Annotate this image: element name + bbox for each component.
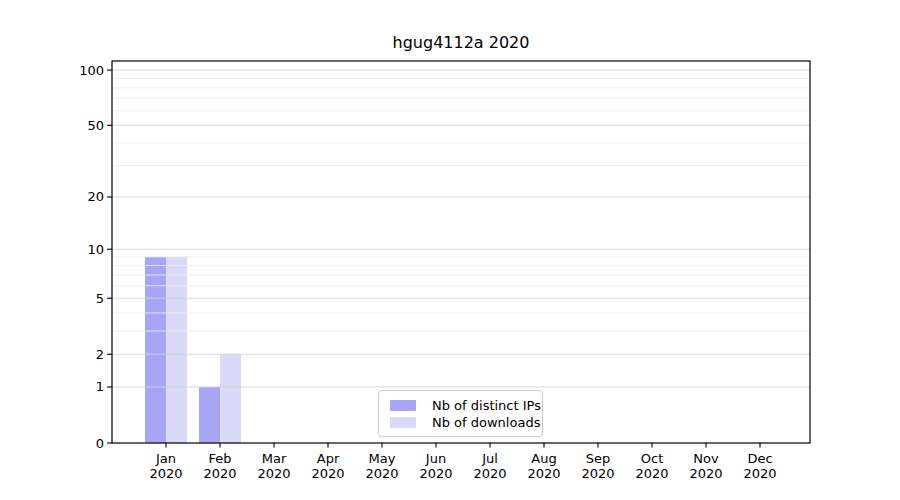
legend-label-distinct-ips: Nb of distinct IPs	[432, 398, 541, 413]
legend-swatch-distinct-ips	[390, 400, 416, 411]
legend: Nb of distinct IPs Nb of downloads	[378, 390, 543, 437]
bar-feb-downloads	[220, 354, 241, 443]
legend-swatch-downloads	[390, 417, 416, 428]
bar-jan-downloads	[166, 257, 187, 443]
chart-canvas: hgug4112a 2020 0125102050100Jan2020Feb20…	[0, 0, 900, 500]
legend-label-downloads: Nb of downloads	[432, 415, 540, 430]
bar-feb-distinct-ips	[199, 387, 220, 443]
legend-item-distinct-ips: Nb of distinct IPs	[390, 397, 542, 414]
bar-jan-distinct-ips	[145, 257, 166, 443]
plot-border	[112, 61, 810, 443]
legend-item-downloads: Nb of downloads	[390, 414, 542, 431]
